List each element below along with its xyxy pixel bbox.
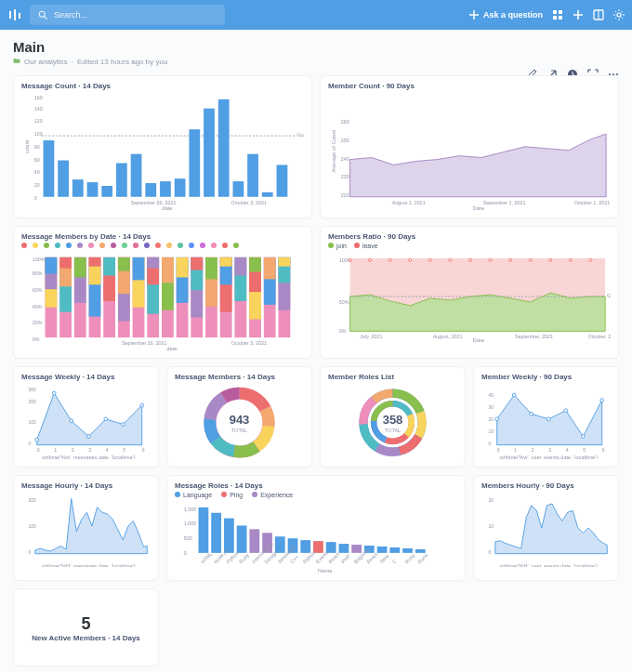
svg-rect-87 [133, 257, 145, 281]
card-member-roles-donut[interactable]: Member Roles List 358 TOTAL [320, 366, 466, 468]
svg-rect-212 [300, 540, 310, 553]
svg-text:6: 6 [602, 447, 605, 453]
svg-point-10 [617, 13, 621, 17]
svg-text:August 1, 2021: August 1, 2021 [392, 200, 426, 205]
svg-rect-32 [116, 163, 127, 196]
svg-text:120: 120 [34, 118, 43, 124]
svg-text:October 3, 2021: October 3, 2021 [231, 340, 268, 346]
svg-text:1: 1 [514, 447, 517, 453]
svg-text:September 1, 2021: September 1, 2021 [483, 200, 526, 205]
svg-text:0: 0 [488, 549, 491, 555]
svg-text:4: 4 [106, 447, 109, 453]
gear-icon[interactable] [613, 9, 625, 20]
collection-link[interactable]: Our analytics [24, 58, 68, 66]
svg-text:4: 4 [566, 447, 569, 453]
svg-rect-40 [233, 181, 244, 197]
card-members-ratio[interactable]: Members Ratio · 90 Days join leave 0%50%… [320, 226, 619, 359]
bookmark-icon[interactable] [593, 9, 604, 20]
card-message-count[interactable]: Message Count · 14 Days count 0204060801… [13, 75, 312, 218]
svg-text:Goal: Goal [296, 132, 304, 138]
svg-rect-210 [275, 536, 285, 553]
card-members-hourly[interactable]: Members Hourly · 90 Days 01020 strftime(… [473, 475, 619, 581]
card-msg-members-donut[interactable]: Message Members · 14 Days 943 TOTAL [166, 366, 312, 468]
app-logo-icon[interactable] [7, 7, 22, 22]
svg-text:0: 0 [497, 447, 500, 453]
ask-question-button[interactable]: Ask a question [468, 9, 543, 20]
svg-rect-214 [326, 542, 336, 553]
svg-text:260: 260 [341, 119, 349, 125]
svg-rect-28 [58, 161, 69, 197]
chart-message-count: count 020406080100120140160 Goal [21, 92, 304, 210]
card-msg-weekly[interactable]: Message Weekly · 14 Days 0100200300 0123… [13, 366, 159, 468]
edited-label: Edited 13 hours ago by you [77, 58, 167, 66]
svg-text:C++: C++ [289, 554, 299, 564]
svg-rect-207 [237, 525, 247, 552]
svg-text:1: 1 [54, 447, 57, 453]
chart-stacked-bars: 0%20%40%60%80%100% [21, 250, 304, 350]
svg-text:0%: 0% [33, 337, 40, 343]
card-msg-members-date[interactable]: Message Members by Date · 14 Days 0%20%4… [13, 226, 312, 359]
svg-text:100: 100 [28, 523, 36, 529]
svg-point-155 [52, 392, 56, 396]
svg-text:October 3, 2021: October 3, 2021 [231, 200, 268, 205]
svg-point-133 [409, 259, 412, 262]
legend: join leave [328, 243, 611, 249]
svg-point-154 [35, 439, 39, 442]
plus-icon[interactable] [573, 9, 584, 20]
svg-point-159 [121, 423, 125, 427]
svg-text:200: 200 [28, 400, 36, 405]
svg-point-184 [546, 417, 550, 421]
svg-rect-0 [9, 11, 11, 19]
card-member-count[interactable]: Member Count · 90 Days Average of Count … [320, 75, 619, 218]
svg-text:20: 20 [34, 182, 40, 188]
card-msg-roles[interactable]: Message Roles · 14 Days Language Ping Ex… [166, 475, 466, 581]
svg-text:3: 3 [88, 447, 91, 453]
svg-point-181 [495, 417, 499, 421]
svg-rect-111 [234, 257, 246, 276]
svg-rect-219 [389, 547, 400, 553]
svg-text:100: 100 [34, 131, 43, 137]
svg-text:40: 40 [34, 169, 40, 175]
svg-rect-39 [218, 99, 230, 197]
svg-text:strftime('%w', user_events.dat: strftime('%w', user_events.date, 'localt… [499, 455, 598, 459]
chart-msg-roles: 05001,0001,500 [175, 500, 457, 573]
svg-text:100%: 100% [33, 257, 46, 262]
svg-text:October 1, 2021: October 1, 2021 [574, 200, 611, 205]
svg-text:0: 0 [28, 549, 31, 555]
svg-text:TOTAL: TOTAL [231, 428, 247, 433]
svg-rect-101 [191, 257, 203, 270]
svg-text:strftime('%H', user_events.dat: strftime('%H', user_events.date, 'localt… [499, 562, 598, 567]
svg-rect-218 [377, 547, 388, 553]
svg-text:20%: 20% [33, 321, 43, 326]
svg-text:1,500: 1,500 [184, 507, 196, 512]
svg-rect-91 [147, 257, 159, 269]
chart-members-hourly: 01020 strftime('%H', user_events.date, '… [481, 492, 611, 568]
svg-point-134 [428, 259, 431, 262]
card-msg-hourly[interactable]: Message Hourly · 14 Days 0100200 strftim… [13, 475, 159, 581]
svg-text:60: 60 [34, 157, 40, 163]
svg-text:80%: 80% [33, 271, 43, 277]
svg-rect-104 [205, 257, 217, 280]
svg-point-137 [489, 259, 492, 262]
svg-point-183 [530, 413, 533, 416]
svg-text:358: 358 [383, 414, 403, 428]
search-input[interactable]: Search... [30, 5, 225, 25]
svg-point-131 [369, 259, 372, 262]
svg-text:220: 220 [341, 192, 349, 198]
svg-text:0: 0 [184, 550, 187, 556]
svg-rect-27 [44, 140, 55, 197]
svg-text:200: 200 [28, 497, 36, 503]
svg-text:date: date [162, 205, 172, 210]
svg-text:date: date [166, 346, 177, 350]
svg-rect-66 [46, 257, 58, 274]
plus-icon [468, 9, 480, 20]
scalar-label: New Active Members · 14 Days [32, 634, 140, 642]
svg-text:July, 2021: July, 2021 [360, 335, 382, 340]
grid-icon[interactable] [552, 9, 563, 20]
card-member-weekly[interactable]: Member Weekly · 90 Days 010203040 012345… [473, 366, 619, 468]
svg-text:TOTAL: TOTAL [385, 428, 401, 433]
chart-member-weekly: 010203040 0123456 strftime('%w', user_ev… [481, 383, 611, 459]
card-new-active[interactable]: 5 New Active Members · 14 Days [13, 588, 159, 666]
chart-members-ratio: 0%50%100% Goal July, 2021August, 2021Sep… [328, 251, 611, 342]
svg-text:230: 230 [341, 174, 349, 179]
